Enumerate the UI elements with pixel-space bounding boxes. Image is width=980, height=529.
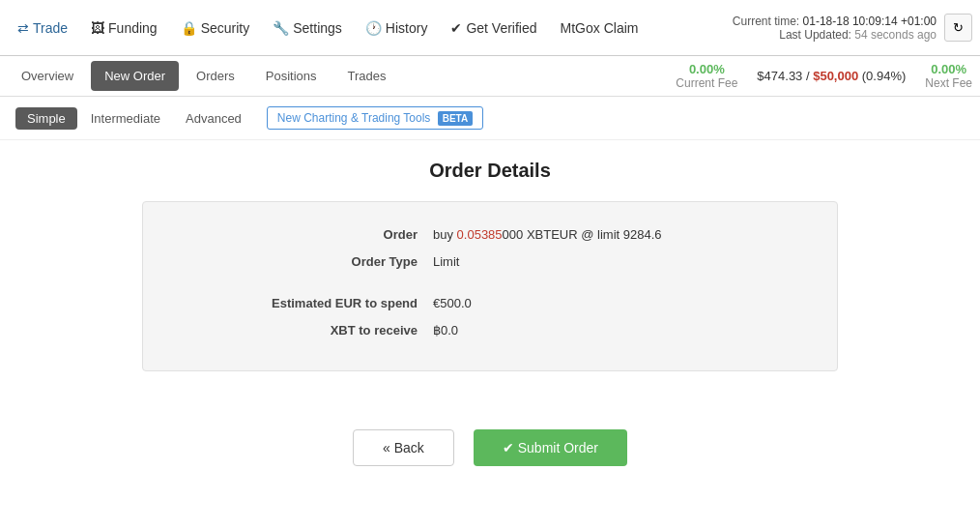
submit-order-button[interactable]: ✔ Submit Order [474,429,627,466]
wrench-icon: 🔧 [273,20,289,36]
sec-nav-right: 0.00% Current Fee $474.33 / $50,000 (0.9… [676,62,972,90]
last-updated-label: Last Updated: [779,28,851,42]
nav-get-verified[interactable]: ✔ Get Verified [441,15,546,42]
xbt-label: XBT to receive [182,321,433,340]
action-buttons: « Back ✔ Submit Order [39,429,941,466]
mode-simple[interactable]: Simple [15,107,77,130]
tab-new-order[interactable]: New Order [91,61,179,91]
order-row-eur: Estimated EUR to spend €500.0 [182,294,798,313]
back-button[interactable]: « Back [353,429,454,466]
nav-mtgox[interactable]: MtGox Claim [551,15,649,42]
order-row-type: Order Type Limit [182,252,798,272]
lock-icon: 🔒 [181,20,197,36]
nav-mtgox-label: MtGox Claim [561,20,639,36]
nav-trade[interactable]: ⇄ Trade [8,15,77,42]
order-type-value: Limit [433,252,798,272]
nav-security-label: Security [201,20,250,36]
order-row-xbt: XBT to receive ฿0.0 [182,321,798,340]
tab-trades[interactable]: Trades [334,61,400,91]
current-fee-label: Current Fee [676,76,737,90]
last-updated-value: 54 seconds ago [854,28,937,42]
current-time-label: Current time: [733,15,799,28]
current-time-value: 01-18-18 10:09:14 +01:00 [803,15,937,28]
nav-settings-label: Settings [293,20,342,36]
nav-funding-label: Funding [108,20,158,36]
sec-nav-links: Overview New Order Orders Positions Trad… [8,61,400,91]
nav-settings[interactable]: 🔧 Settings [263,15,352,42]
funding-icon: 🖼 [91,20,104,36]
nav-trade-label: Trade [33,20,68,36]
mode-tabs-bar: Simple Intermediate Advanced New Chartin… [0,97,980,140]
order-type-label: Order Type [182,252,433,272]
trade-icon: ⇄ [17,20,29,36]
charting-button[interactable]: New Charting & Trading Tools BETA [267,106,483,130]
top-nav-links: ⇄ Trade 🖼 Funding 🔒 Security 🔧 Settings … [8,15,648,42]
next-fee-label: Next Fee [925,76,972,90]
time-info: Current time: 01-18-18 10:09:14 +01:00 L… [733,15,937,42]
order-details-title: Order Details [39,160,941,182]
estimated-eur-label: Estimated EUR to spend [182,294,433,313]
secondary-navigation: Overview New Order Orders Positions Trad… [0,56,980,97]
top-navigation: ⇄ Trade 🖼 Funding 🔒 Security 🔧 Settings … [0,0,980,56]
order-row-order: Order buy 0.05385000 XBTEUR @ limit 9284… [182,225,798,245]
top-nav-right: Current time: 01-18-18 10:09:14 +01:00 L… [733,14,972,42]
next-fee-value: 0.00% [925,62,972,76]
order-qty-rest: 000 XBTEUR @ limit 9284.6 [503,227,662,242]
order-label: Order [182,225,433,245]
tab-orders[interactable]: Orders [183,61,248,91]
nav-history-label: History [386,20,428,36]
current-fee-value: 0.00% [676,62,737,76]
refresh-button[interactable]: ↻ [944,14,972,42]
order-card: Order buy 0.05385000 XBTEUR @ limit 9284… [142,201,838,371]
xbt-value: ฿0.0 [433,321,798,340]
nav-security[interactable]: 🔒 Security [171,15,260,42]
check-icon: ✔ [450,20,462,36]
clock-icon: 🕐 [365,20,382,36]
order-value: buy 0.05385000 XBTEUR @ limit 9284.6 [433,225,798,245]
nav-history[interactable]: 🕐 History [356,15,438,42]
balance-block: $474.33 / $50,000 (0.94%) [757,69,906,83]
order-qty: 0.05385 [457,227,503,242]
next-fee-block: 0.00% Next Fee [925,62,972,90]
main-content: Order Details Order buy 0.05385000 XBTEU… [0,140,980,485]
nav-funding[interactable]: 🖼 Funding [81,15,167,42]
tab-positions[interactable]: Positions [252,61,331,91]
nav-get-verified-label: Get Verified [466,20,536,36]
current-fee-block: 0.00% Current Fee [676,62,737,90]
beta-badge: BETA [438,111,473,126]
mode-intermediate[interactable]: Intermediate [79,107,172,130]
tab-overview[interactable]: Overview [8,61,87,91]
balance-text: $474.33 / $50,000 (0.94%) [757,69,906,83]
estimated-eur-value: €500.0 [433,294,798,313]
mode-advanced[interactable]: Advanced [174,107,253,130]
